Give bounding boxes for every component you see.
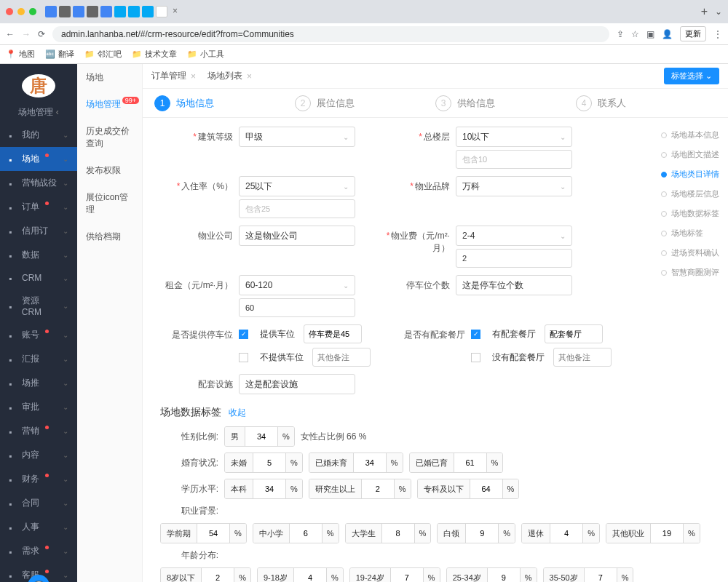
collapse-link[interactable]: 收起 (229, 407, 246, 419)
close-icon[interactable]: × (191, 71, 196, 81)
sidebar-item[interactable]: ▪需求⌄ (0, 539, 77, 563)
tag-input[interactable]: 8岁以下% (160, 567, 251, 582)
input-park-count[interactable]: 这是停车位个数 (456, 275, 572, 295)
sidebar-item[interactable]: ▪审批⌄ (0, 395, 77, 419)
page-tab[interactable]: 场地列表× (207, 70, 252, 82)
tag-input[interactable]: 大学生% (345, 523, 432, 543)
select-brand[interactable]: 万科⌄ (456, 176, 572, 196)
select-rent[interactable]: 60-120⌄ (239, 275, 355, 295)
site-management-toggle[interactable]: 场地管理 ‹ (0, 102, 77, 123)
tag-input[interactable]: 专科及以下% (417, 479, 520, 499)
tag-input[interactable]: 其他职业% (606, 523, 700, 543)
anchor-item[interactable]: 场地楼层信息 (661, 184, 721, 204)
tab-close-icon[interactable]: × (173, 6, 178, 17)
tabs-chevron-icon[interactable]: ⌄ (715, 7, 722, 17)
checkbox-canteen-yes[interactable]: ✓ (471, 330, 480, 339)
step-2[interactable]: 2展位信息 (295, 95, 435, 111)
reload-icon[interactable]: ⟳ (38, 29, 45, 39)
sidebar-item[interactable]: ▪财务⌄ (0, 467, 77, 491)
subnav-item-active[interactable]: 场地管理99+ (77, 91, 142, 118)
sidebar-item[interactable]: ▪账号⌄ (0, 323, 77, 347)
select-total-floor[interactable]: 10以下⌄ (456, 127, 572, 147)
input-company[interactable]: 这是物业公司 (239, 226, 355, 246)
bookmark-item[interactable]: 📍 地图 (6, 49, 35, 60)
sidebar-item[interactable]: ▪汇报⌄ (0, 347, 77, 371)
tag-input-gender[interactable]: 男% (224, 426, 295, 447)
input-floor-sub[interactable]: 包含10 (456, 150, 572, 169)
new-tab-button[interactable]: + (695, 5, 713, 18)
bookmark-item[interactable]: 📁 技术文章 (132, 49, 177, 60)
tag-input[interactable]: 本科% (224, 479, 303, 499)
sidebar-item[interactable]: ▪我的⌄ (0, 123, 77, 147)
page-tab[interactable]: 订单管理× (151, 70, 196, 82)
tab-icon[interactable] (87, 6, 98, 17)
subnav-item[interactable]: 场地 (77, 64, 142, 91)
bookmark-item[interactable]: 📁 小工具 (187, 49, 224, 60)
input-occupancy-sub[interactable]: 包含25 (239, 199, 355, 218)
checkbox-parking-no[interactable] (239, 353, 248, 362)
tab-icon[interactable] (100, 6, 112, 17)
tag-input[interactable]: 9-18岁% (257, 567, 344, 582)
tag-input[interactable]: 25-34岁% (446, 567, 537, 582)
input-canteen-yes[interactable] (545, 324, 603, 343)
tag-input[interactable]: 35-50岁% (543, 567, 634, 582)
anchor-item[interactable]: 场地数据标签 (661, 204, 721, 223)
tag-input[interactable]: 研究生以上% (309, 479, 411, 499)
anchor-item[interactable]: 场地类目详情 (661, 164, 721, 184)
tag-input[interactable]: 未婚% (224, 453, 303, 473)
sidebar-item[interactable]: ▪营销战役⌄ (0, 171, 77, 195)
subnav-item[interactable]: 供给档期 (77, 223, 142, 250)
anchor-item[interactable]: 进场资料确认 (661, 243, 721, 263)
window-controls[interactable] (6, 8, 36, 15)
select-occupancy[interactable]: 25以下⌄ (239, 176, 355, 196)
step-1[interactable]: 1场地信息 (154, 95, 295, 111)
step-4[interactable]: 4联系人 (576, 95, 716, 111)
sidebar-item[interactable]: ▪信用订⌄ (0, 219, 77, 243)
tab-icon[interactable] (45, 6, 57, 17)
forward-icon[interactable]: → (22, 29, 31, 39)
select-build-level[interactable]: 甲级⌄ (239, 127, 355, 147)
anchor-item[interactable]: 智慧商圈测评 (661, 263, 721, 282)
input-fee-sub[interactable]: 2 (456, 249, 572, 268)
sidebar-item[interactable]: ▪人事⌄ (0, 515, 77, 539)
bookmark-item[interactable]: 📁 邻汇吧 (84, 49, 122, 60)
tag-input[interactable]: 学前期% (160, 523, 247, 543)
input-rent-sub[interactable]: 60 (239, 298, 355, 317)
sidebar-item[interactable]: ▪内容⌄ (0, 443, 77, 467)
tab-icon[interactable] (128, 6, 140, 17)
tag-input[interactable]: 中小学% (253, 523, 339, 543)
tab-icon[interactable] (73, 6, 84, 17)
sidebar-item[interactable]: ▪CRM⌄ (0, 267, 77, 289)
close-icon[interactable]: × (247, 71, 252, 81)
back-icon[interactable]: ← (6, 29, 15, 39)
tag-input[interactable]: 已婚已育% (409, 453, 504, 473)
anchor-item[interactable]: 场地基本信息 (661, 125, 721, 145)
sidebar-item[interactable]: ▪数据⌄ (0, 243, 77, 267)
url-input[interactable]: admin.lanhanba.net/#/crm-resource/edit?f… (52, 26, 609, 42)
input-canteen-no[interactable] (553, 348, 612, 367)
tab-icon[interactable] (59, 6, 71, 17)
sidebar-item[interactable]: ▪订单⌄ (0, 195, 77, 219)
subnav-item[interactable]: 发布权限 (77, 157, 142, 184)
share-icon[interactable]: ⇪ (617, 29, 624, 39)
tag-input[interactable]: 退休% (521, 523, 600, 543)
star-icon[interactable]: ☆ (631, 29, 639, 39)
sidebar-item[interactable]: ▪场地⌄ (0, 147, 77, 171)
sidebar-item[interactable]: ▪资源CRM⌄ (0, 289, 77, 323)
tab-icon[interactable] (114, 6, 126, 17)
step-3[interactable]: 3供给信息 (435, 95, 576, 111)
tag-select-button[interactable]: 标签选择 ⌄ (664, 68, 719, 84)
input-facility[interactable]: 这是配套设施 (239, 374, 355, 394)
tag-input[interactable]: 19-24岁% (349, 567, 440, 582)
tab-icon-active[interactable] (156, 6, 167, 17)
avatar[interactable]: 唐 (22, 74, 55, 97)
sidebar-item[interactable]: ▪合同⌄ (0, 491, 77, 515)
subnav-item[interactable]: 展位icon管理 (77, 184, 142, 223)
input-parking-no[interactable] (312, 348, 371, 367)
input-parking-yes[interactable] (304, 324, 362, 343)
sidebar-item[interactable]: ▪场推⌄ (0, 371, 77, 395)
anchor-item[interactable]: 场地图文描述 (661, 145, 721, 164)
tag-input[interactable]: 已婚未育% (309, 453, 403, 473)
profile-icon[interactable]: 👤 (662, 29, 673, 39)
menu-icon[interactable]: ⋮ (713, 29, 722, 39)
